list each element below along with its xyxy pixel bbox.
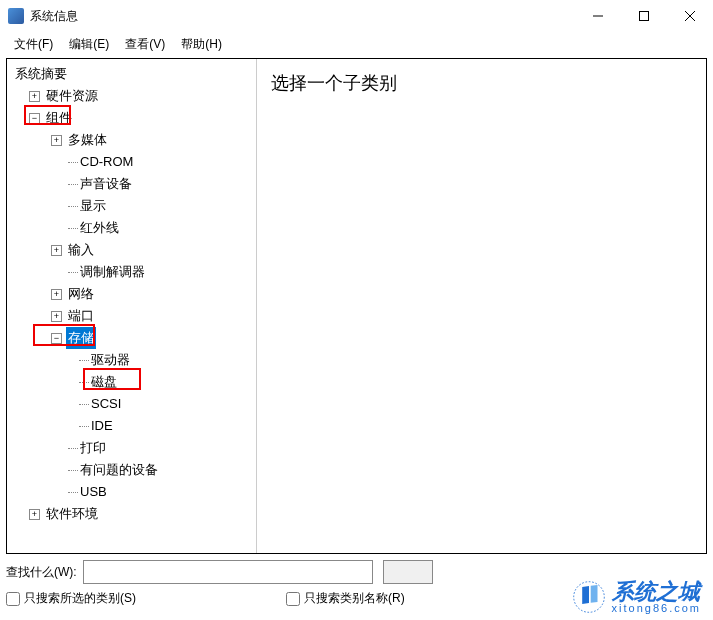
content-area: 系统摘要 + 硬件资源 − 组件 + 多媒体 CD-ROM 声音设备 [6, 58, 707, 554]
tree-label: 调制解调器 [66, 261, 147, 283]
tree-label: USB [66, 481, 109, 503]
tree-item-components[interactable]: − 组件 [7, 107, 256, 129]
tree-label: 红外线 [66, 217, 121, 239]
svg-rect-5 [582, 586, 589, 604]
maximize-button[interactable] [621, 0, 667, 32]
titlebar: 系统信息 [0, 0, 713, 32]
tree-label: 输入 [66, 239, 96, 261]
tree-label: SCSI [77, 393, 123, 415]
expand-icon[interactable]: + [51, 311, 62, 322]
tree-item-ide[interactable]: IDE [7, 415, 256, 437]
menu-edit[interactable]: 编辑(E) [63, 34, 115, 55]
menu-help[interactable]: 帮助(H) [175, 34, 228, 55]
detail-prompt: 选择一个子类别 [271, 73, 397, 93]
tree-item-scsi[interactable]: SCSI [7, 393, 256, 415]
tree-label: 系统摘要 [13, 63, 69, 85]
check-label: 只搜索类别名称(R) [304, 590, 405, 607]
tree-label: 存储 [66, 327, 96, 349]
search-input[interactable] [83, 560, 373, 584]
tree-item-input[interactable]: + 输入 [7, 239, 256, 261]
tree-item-summary[interactable]: 系统摘要 [7, 63, 256, 85]
menu-view[interactable]: 查看(V) [119, 34, 171, 55]
tree-label: 驱动器 [77, 349, 132, 371]
search-button[interactable] [383, 560, 433, 584]
tree-item-storage[interactable]: − 存储 [7, 327, 256, 349]
expand-icon[interactable]: + [29, 91, 40, 102]
tree-label: 有问题的设备 [66, 459, 160, 481]
tree-label: IDE [77, 415, 115, 437]
watermark-title: 系统之城 [612, 581, 701, 603]
tree-item-disks[interactable]: 磁盘 [7, 371, 256, 393]
check-only-selected[interactable]: 只搜索所选的类别(S) [6, 590, 136, 607]
expand-icon[interactable]: + [51, 135, 62, 146]
tree-item-network[interactable]: + 网络 [7, 283, 256, 305]
expand-icon[interactable]: + [51, 245, 62, 256]
search-label: 查找什么(W): [6, 564, 77, 581]
tree-label: 软件环境 [44, 503, 100, 525]
close-button[interactable] [667, 0, 713, 32]
menu-file[interactable]: 文件(F) [8, 34, 59, 55]
tree-item-multimedia[interactable]: + 多媒体 [7, 129, 256, 151]
check-label: 只搜索所选的类别(S) [24, 590, 136, 607]
tree-item-usb[interactable]: USB [7, 481, 256, 503]
tree-label: 组件 [44, 107, 74, 129]
collapse-icon[interactable]: − [51, 333, 62, 344]
logo-icon [572, 580, 606, 614]
menubar: 文件(F) 编辑(E) 查看(V) 帮助(H) [0, 32, 713, 56]
tree-label: CD-ROM [66, 151, 135, 173]
tree-label: 磁盘 [77, 371, 119, 393]
minimize-button[interactable] [575, 0, 621, 32]
tree-item-modem[interactable]: 调制解调器 [7, 261, 256, 283]
tree-label: 多媒体 [66, 129, 109, 151]
tree-label: 网络 [66, 283, 96, 305]
expand-icon[interactable]: + [51, 289, 62, 300]
tree-item-sound[interactable]: 声音设备 [7, 173, 256, 195]
app-icon [8, 8, 24, 24]
tree-panel: 系统摘要 + 硬件资源 − 组件 + 多媒体 CD-ROM 声音设备 [7, 59, 257, 553]
tree-label: 端口 [66, 305, 96, 327]
collapse-icon[interactable]: − [29, 113, 40, 124]
tree-item-problem-devices[interactable]: 有问题的设备 [7, 459, 256, 481]
window-title: 系统信息 [30, 8, 575, 25]
tree-item-software-env[interactable]: + 软件环境 [7, 503, 256, 525]
checkbox-only-names[interactable] [286, 592, 300, 606]
detail-panel: 选择一个子类别 [257, 59, 706, 553]
tree-label: 硬件资源 [44, 85, 100, 107]
tree-item-ports[interactable]: + 端口 [7, 305, 256, 327]
tree-label: 声音设备 [66, 173, 134, 195]
tree-label: 打印 [66, 437, 108, 459]
watermark-url: xitong86.com [612, 603, 701, 614]
checkbox-only-selected[interactable] [6, 592, 20, 606]
tree-item-infrared[interactable]: 红外线 [7, 217, 256, 239]
category-tree: 系统摘要 + 硬件资源 − 组件 + 多媒体 CD-ROM 声音设备 [7, 63, 256, 525]
svg-rect-6 [590, 585, 597, 603]
check-only-names[interactable]: 只搜索类别名称(R) [286, 590, 405, 607]
tree-item-display[interactable]: 显示 [7, 195, 256, 217]
tree-item-cdrom[interactable]: CD-ROM [7, 151, 256, 173]
tree-item-hardware[interactable]: + 硬件资源 [7, 85, 256, 107]
tree-item-printing[interactable]: 打印 [7, 437, 256, 459]
window-controls [575, 0, 713, 32]
watermark-logo: 系统之城 xitong86.com [568, 578, 705, 616]
svg-rect-1 [640, 12, 649, 21]
expand-icon[interactable]: + [29, 509, 40, 520]
tree-item-drives[interactable]: 驱动器 [7, 349, 256, 371]
tree-label: 显示 [66, 195, 108, 217]
